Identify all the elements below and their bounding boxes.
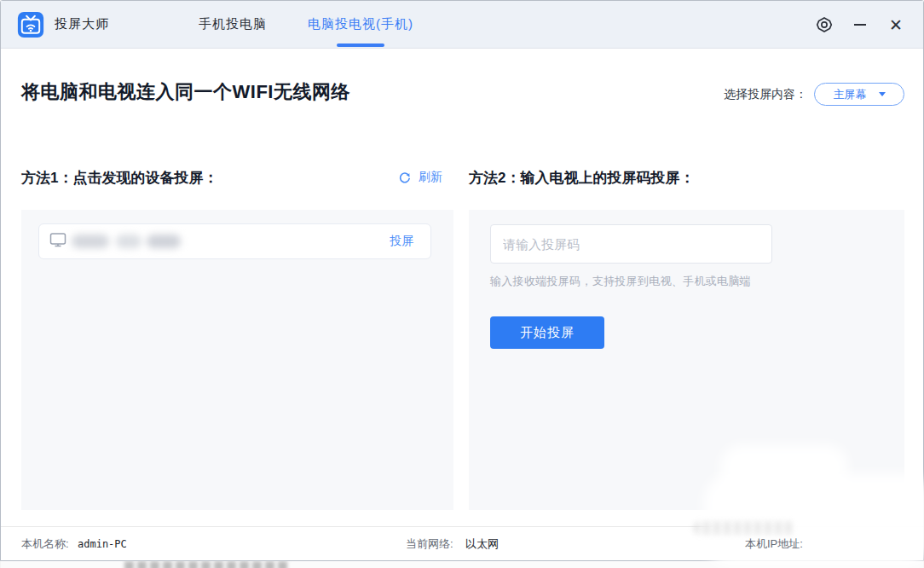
screen-source-value: 主屏幕 [834, 87, 867, 102]
device-list-panel: 投屏 [21, 210, 453, 510]
network-label: 当前网络: [406, 527, 453, 561]
cast-code-hint: 输入接收端投屏码，支持投屏到电视、手机或电脑端 [490, 274, 751, 289]
minimize-icon [854, 24, 866, 26]
close-button[interactable]: ✕ [884, 13, 908, 37]
cast-content-selector: 选择投屏内容： 主屏幕 [724, 83, 904, 106]
active-tab-underline [337, 43, 384, 47]
page-title: 将电脑和电视连入同一个WIFI无线网络 [21, 79, 350, 105]
refresh-button[interactable]: 刷新 [398, 170, 442, 185]
device-name-redacted [72, 229, 191, 253]
settings-icon[interactable] [812, 13, 836, 37]
tab-bar: 手机投电脑 电脑投电视(手机) [199, 1, 413, 49]
host-name-value: admin-PC [78, 527, 127, 561]
background-bleed-text [124, 561, 291, 568]
statusbar: 本机名称: admin-PC 当前网络: 以太网 本机IP地址: [1, 526, 923, 560]
cast-content-label: 选择投屏内容： [724, 87, 807, 102]
app-title: 投屏大师 [55, 16, 109, 32]
refresh-icon [398, 171, 412, 184]
refresh-label: 刷新 [419, 170, 442, 185]
method2-heading: 方法2：输入电视上的投屏码投屏： [469, 168, 694, 188]
monitor-icon [49, 232, 66, 251]
window-controls: ✕ [812, 1, 908, 49]
tab-pc-to-tv[interactable]: 电脑投电视(手机) [308, 1, 413, 49]
tab-pc-to-tv-label: 电脑投电视(手机) [308, 16, 413, 32]
host-name-label: 本机名称: [21, 527, 69, 561]
start-cast-button[interactable]: 开始投屏 [490, 316, 604, 349]
titlebar: 投屏大师 手机投电脑 电脑投电视(手机) ✕ [1, 1, 923, 49]
ip-address-label: 本机IP地址: [745, 527, 803, 561]
cast-code-input[interactable] [490, 224, 772, 264]
ip-address-redacted [703, 473, 924, 567]
app-window: 投屏大师 手机投电脑 电脑投电视(手机) ✕ [0, 0, 924, 561]
chevron-down-icon [879, 92, 886, 96]
tab-phone-to-pc[interactable]: 手机投电脑 [199, 1, 267, 49]
cast-button[interactable]: 投屏 [390, 234, 413, 249]
screen-source-dropdown[interactable]: 主屏幕 [814, 83, 904, 106]
tab-phone-to-pc-label: 手机投电脑 [199, 16, 267, 32]
device-row[interactable]: 投屏 [38, 223, 431, 259]
network-value: 以太网 [465, 527, 499, 561]
method1-heading: 方法1：点击发现的设备投屏： [21, 168, 217, 188]
app-logo-icon [17, 11, 44, 38]
minimize-button[interactable] [848, 13, 872, 37]
close-icon: ✕ [889, 17, 903, 33]
